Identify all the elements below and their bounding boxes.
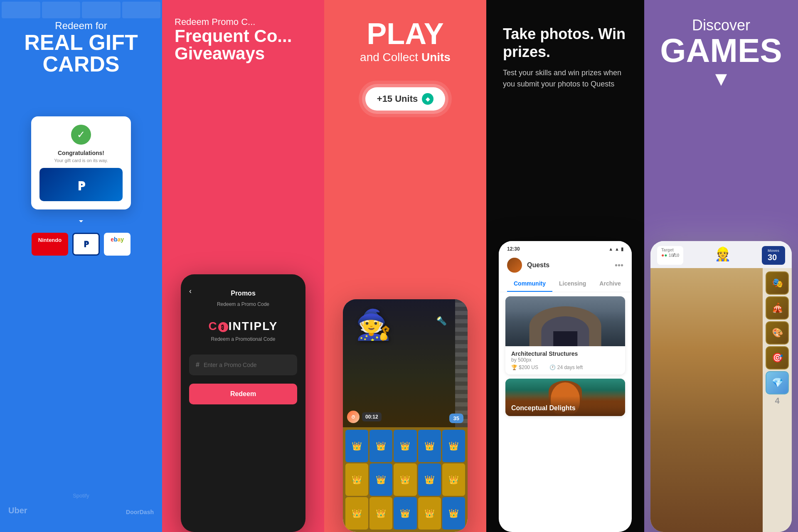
games-phone: Target ●● 10/10 👷 Moves 30 🔴	[650, 241, 792, 532]
panel-promo: Redeem Promo C... Frequent Co... Giveawa…	[162, 0, 324, 532]
cointiply-phone: ‹ Promos Redeem a Promo Code C₿INTIPLY R…	[181, 274, 305, 532]
quest-1-prize: 🏆 $200 US 🕐 24 days left	[511, 365, 619, 370]
quests-app-header: Quests •••	[499, 254, 632, 273]
back-icon[interactable]: ‹	[189, 287, 216, 296]
check-icon: ✓	[71, 125, 91, 145]
game-main-area: 🔴 🟢 🔴 🟢 🔴 🟡 🔴 🟢 🟡 🔵 ⬛ 🟡 ⬛ 🟡	[650, 268, 792, 532]
doordash-brand-bg: DoorDash	[126, 509, 154, 515]
units-badge-container: +15 Units ◆	[324, 79, 486, 119]
side-item-diamond: 💎	[766, 371, 789, 394]
games-label: GAMES	[653, 34, 790, 67]
crown-cell: 👑	[345, 497, 368, 530]
portrait-image: Conceptual Delights	[505, 379, 625, 416]
conceptual-title: Conceptual Delights	[511, 404, 619, 412]
quest-card-1[interactable]: Architectural Structures by 500px 🏆 $200…	[505, 296, 625, 374]
status-bar: 12:30 ▲ ▲ ▮	[499, 241, 632, 254]
promo-header: Redeem Promo C... Frequent Co... Giveawa…	[162, 0, 324, 71]
promos-subtitle: Redeem a Promo Code	[189, 301, 297, 307]
ebay-brand: ebay	[104, 233, 131, 256]
crown-cell: 👑	[394, 463, 416, 496]
gem-icon: ◆	[422, 93, 433, 105]
congratulations-card: ✓ Congratulations! Your gift card is on …	[31, 116, 131, 209]
battery-icon: ▮	[621, 246, 623, 252]
crown-cell: 👑	[418, 430, 441, 462]
cointiply-logo-sub: Redeem a Promotional Code	[189, 336, 297, 342]
nintendo-brand: Nintendo	[32, 233, 68, 256]
status-icons: ▲ ▲ ▮	[608, 246, 623, 252]
match3-game-board: 👑 👑 👑 👑 👑 👑 👑 👑 👑 👑 👑 👑 👑 👑 👑	[343, 427, 468, 532]
more-options-icon[interactable]: •••	[615, 261, 623, 270]
playstation-brand	[72, 233, 100, 256]
status-time: 12:30	[507, 246, 520, 252]
tab-community[interactable]: Community	[507, 276, 552, 292]
arrow-down-icon: ▼	[644, 67, 798, 90]
units-badge: +15 Units ◆	[365, 87, 445, 111]
panel-play: PLAY and Collect Units +15 Units ◆ 🧙 🔦 ⏱…	[324, 0, 486, 532]
promos-title: Promos	[216, 290, 270, 297]
timer-display: 00:12	[362, 412, 382, 421]
tab-licensing[interactable]: Licensing	[552, 276, 593, 292]
and-collect-label: and Collect Units	[332, 51, 478, 64]
target-value: ●● 10/10	[661, 252, 679, 258]
game-play-area: 🔴 🟢 🔴 🟢 🔴 🟡 🔴 🟢 🟡 🔵 ⬛ 🟡 ⬛ 🟡	[650, 268, 763, 532]
side-item-4: 🎯	[766, 346, 789, 369]
quest-card-2[interactable]: Conceptual Delights	[505, 379, 625, 416]
hashtag-icon: #	[196, 361, 200, 369]
quests-app-title: Quests	[527, 261, 610, 269]
quests-phone: 12:30 ▲ ▲ ▮ Quests ••• Community Licensi…	[499, 241, 632, 532]
prize-amount: 🏆 $200 US	[511, 365, 543, 370]
quest-1-title: Architectural Structures	[511, 350, 619, 357]
headline-gift-cards: REAL GIFT CARDS	[8, 32, 154, 75]
promo-placeholder: Enter a Promo Code	[204, 362, 257, 368]
redeem-button[interactable]: Redeem	[189, 384, 297, 404]
quest-1-by: by 500px	[511, 357, 619, 363]
game-target-box: Target ●● 10/10	[657, 246, 683, 265]
conceptual-overlay: Conceptual Delights	[505, 396, 625, 416]
days-left: 🕐 24 days left	[549, 365, 588, 370]
gift-cards-header: Redeem for REAL GIFT CARDS	[0, 0, 162, 83]
quests-headline: Take photos. Win prizes.	[503, 25, 628, 61]
score-display: 35	[449, 414, 463, 423]
panel-discover-games: Discover GAMES ▼ Target ●● 10/10 👷 Moves…	[644, 0, 798, 532]
game-timer: ⏱ 00:12	[347, 411, 382, 423]
crown-cell: 👑	[394, 497, 416, 530]
units-amount: +15 Units	[377, 94, 418, 104]
side-item-count: 4	[775, 396, 779, 406]
game-status-bar: Target ●● 10/10 👷 Moves 30	[650, 241, 792, 268]
crown-cell: 👑	[369, 463, 392, 496]
side-item-1: 🎭	[766, 271, 789, 295]
panel-quests: Take photos. Win prizes. Test your skill…	[486, 0, 644, 532]
crown-cell: 👑	[442, 463, 465, 496]
game-phone: 🧙 🔦 ⏱ 00:12 35 👑 👑 👑 👑 👑 👑 👑 👑 👑 👑 👑	[343, 299, 468, 532]
target-label: Target	[661, 248, 679, 252]
frequent-label: Frequent Co... Giveaways	[175, 27, 312, 62]
redeem-for-label: Redeem for	[8, 20, 154, 32]
crown-cell: 👑	[442, 497, 465, 530]
play-header: PLAY and Collect Units	[324, 0, 486, 72]
crown-cell: 👑	[369, 430, 392, 462]
spike-wall	[455, 299, 468, 427]
crown-cell: 👑	[345, 430, 368, 462]
quests-tab-bar: Community Licensing Archive	[499, 276, 632, 292]
side-item-3: 🎨	[766, 321, 789, 345]
side-item-2: 🎪	[766, 296, 789, 320]
game-character-portrait: 👷	[714, 246, 731, 265]
knight-character: 🧙	[355, 308, 392, 342]
gift-brand-row: Nintendo ebay	[0, 233, 162, 256]
game-moves-box: Moves 30	[762, 246, 785, 265]
discover-label: Discover	[653, 17, 790, 34]
timer-icon: ⏱	[347, 411, 360, 423]
wifi-icon: ▲	[608, 246, 613, 251]
promo-code-input[interactable]: # Enter a Promo Code	[189, 355, 297, 375]
crown-cell: 👑	[369, 497, 392, 530]
tab-archive[interactable]: Archive	[593, 276, 627, 292]
cointiply-logo-area: C₿INTIPLY Redeem a Promotional Code	[189, 320, 297, 342]
cointiply-phone-inner: ‹ Promos Redeem a Promo Code C₿INTIPLY R…	[181, 274, 305, 417]
quest-card-1-info: Architectural Structures by 500px 🏆 $200…	[505, 346, 625, 374]
gift-card-container: ✓ Congratulations! Your gift card is on …	[0, 116, 162, 209]
quests-subtext: Test your skills and win prizes when you…	[503, 67, 628, 90]
crown-cell: 👑	[394, 430, 416, 462]
architectural-image	[505, 296, 625, 346]
crown-cell: 👑	[442, 430, 465, 462]
panel-gift-cards: Redeem for REAL GIFT CARDS ✓ Congratulat…	[0, 0, 162, 532]
